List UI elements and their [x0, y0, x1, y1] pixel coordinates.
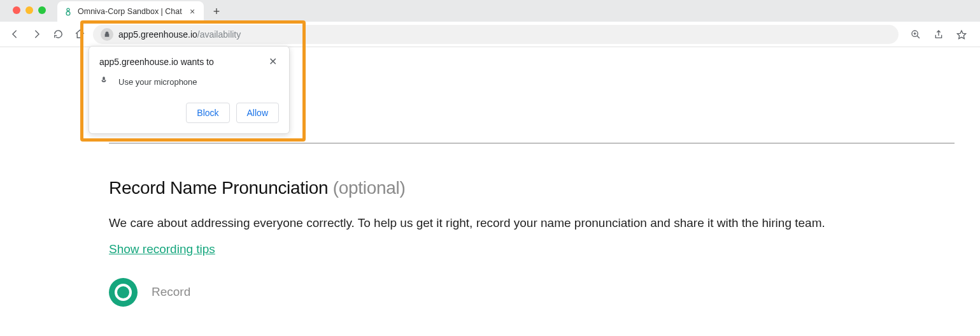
record-row: Record [109, 278, 955, 307]
window-maximize-button[interactable] [38, 6, 46, 14]
tab-title: Omniva-Corp Sandbox | Chat S [78, 7, 182, 16]
close-icon[interactable]: ✕ [266, 57, 279, 67]
browser-tab[interactable]: Omniva-Corp Sandbox | Chat S × [57, 1, 204, 22]
record-icon [115, 284, 132, 301]
show-recording-tips-link[interactable]: Show recording tips [109, 242, 215, 256]
forward-button[interactable] [28, 26, 45, 43]
home-button[interactable] [71, 26, 88, 43]
star-icon[interactable] [953, 26, 970, 43]
window-minimize-button[interactable] [25, 6, 33, 14]
back-button[interactable] [6, 26, 23, 43]
heading-text: Record Name Pronunciation [109, 178, 333, 198]
record-button[interactable] [109, 278, 138, 307]
browser-chrome: Omniva-Corp Sandbox | Chat S × + app5.gr… [0, 0, 980, 47]
url-text: app5.greenhouse.io/availability [118, 29, 241, 40]
address-bar[interactable]: app5.greenhouse.io/availability [93, 25, 898, 44]
url-host: app5.greenhouse.io [118, 29, 197, 40]
microphone-icon [99, 76, 108, 87]
browser-toolbar: app5.greenhouse.io/availability [0, 22, 980, 47]
window-controls [6, 0, 53, 14]
svg-point-1 [66, 11, 70, 15]
section-description: We care about addressing everyone correc… [109, 215, 955, 232]
share-icon[interactable] [930, 26, 947, 43]
zoom-icon[interactable] [907, 26, 924, 43]
permission-dialog: app5.greenhouse.io wants to ✕ Use your m… [89, 46, 290, 134]
section-divider [109, 143, 955, 143]
permission-request-text: Use your microphone [118, 77, 197, 87]
allow-button[interactable]: Allow [236, 103, 279, 123]
toolbar-right [904, 26, 974, 43]
permission-title: app5.greenhouse.io wants to [99, 57, 214, 67]
tab-close-button[interactable]: × [187, 6, 197, 17]
greenhouse-favicon-icon [64, 7, 73, 16]
svg-point-0 [67, 8, 69, 11]
record-label: Record [152, 285, 190, 299]
url-path: /availability [197, 29, 241, 40]
block-button[interactable]: Block [186, 103, 229, 123]
lock-icon [101, 28, 113, 41]
section-heading: Record Name Pronunciation (optional) [109, 178, 955, 198]
reload-button[interactable] [50, 26, 66, 43]
heading-optional: (optional) [333, 178, 406, 198]
window-close-button[interactable] [13, 6, 20, 14]
tab-strip: Omniva-Corp Sandbox | Chat S × + [0, 0, 980, 22]
new-tab-button[interactable]: + [208, 3, 225, 20]
